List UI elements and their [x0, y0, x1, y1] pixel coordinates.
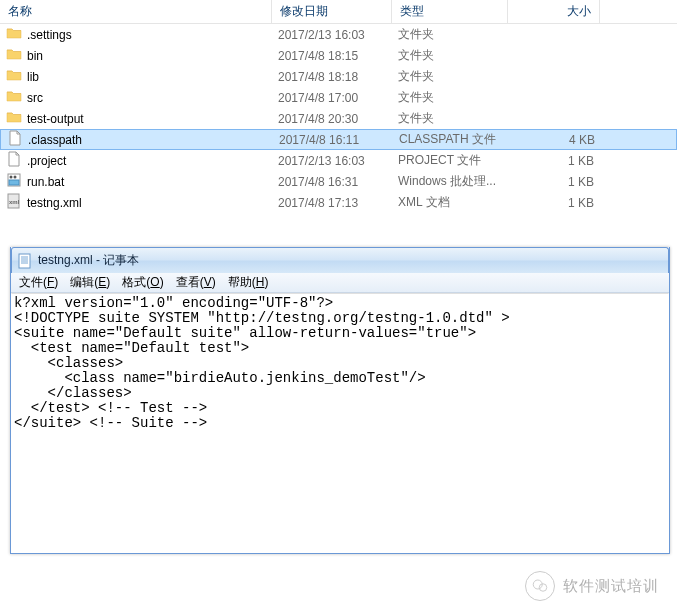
file-date: 2017/4/8 17:13 — [272, 196, 392, 210]
header-name[interactable]: 名称 — [0, 0, 272, 23]
file-name: .project — [27, 154, 66, 168]
file-date: 2017/2/13 16:03 — [272, 28, 392, 42]
file-size: 4 KB — [509, 133, 601, 147]
folder-icon — [6, 46, 27, 65]
column-headers: 名称 修改日期 类型 大小 — [0, 0, 677, 24]
folder-icon — [6, 109, 27, 128]
file-type: 文件夹 — [392, 68, 508, 85]
menu-item-e[interactable]: 编辑(E) — [64, 272, 116, 293]
file-row[interactable]: bin2017/4/8 18:15文件夹 — [0, 45, 677, 66]
folder-icon — [6, 88, 27, 107]
svg-text:xml: xml — [9, 199, 20, 205]
file-row[interactable]: src2017/4/8 17:00文件夹 — [0, 87, 677, 108]
menu-item-h[interactable]: 帮助(H) — [222, 272, 275, 293]
file-name: lib — [27, 70, 39, 84]
watermark-text: 软件测试培训 — [563, 577, 659, 596]
file-explorer: 名称 修改日期 类型 大小 .settings2017/2/13 16:03文件… — [0, 0, 677, 213]
svg-point-3 — [14, 176, 17, 179]
bat-icon — [6, 172, 27, 191]
watermark: 软件测试培训 — [525, 571, 659, 601]
svg-rect-1 — [9, 180, 19, 185]
file-date: 2017/4/8 16:11 — [273, 133, 393, 147]
file-row[interactable]: .project2017/2/13 16:03PROJECT 文件1 KB — [0, 150, 677, 171]
folder-icon — [6, 25, 27, 44]
svg-point-12 — [539, 584, 547, 592]
menu-item-v[interactable]: 查看(V) — [170, 272, 222, 293]
window-title: testng.xml - 记事本 — [38, 252, 139, 269]
folder-icon — [6, 67, 27, 86]
notepad-icon — [17, 253, 33, 269]
menubar: 文件(F)编辑(E)格式(O)查看(V)帮助(H) — [11, 273, 669, 293]
file-icon — [7, 130, 28, 149]
header-size[interactable]: 大小 — [508, 0, 600, 23]
file-row[interactable]: lib2017/4/8 18:18文件夹 — [0, 66, 677, 87]
file-size: 1 KB — [508, 154, 600, 168]
xml-icon: xml — [6, 193, 27, 212]
file-row[interactable]: .classpath2017/4/8 16:11CLASSPATH 文件4 KB — [0, 129, 677, 150]
header-date[interactable]: 修改日期 — [272, 0, 392, 23]
file-size: 1 KB — [508, 196, 600, 210]
file-icon — [6, 151, 27, 170]
file-date: 2017/4/8 18:18 — [272, 70, 392, 84]
file-name: bin — [27, 49, 43, 63]
file-date: 2017/4/8 17:00 — [272, 91, 392, 105]
file-type: 文件夹 — [392, 110, 508, 127]
file-name: .settings — [27, 28, 72, 42]
menu-item-f[interactable]: 文件(F) — [13, 272, 64, 293]
notepad-window: testng.xml - 记事本 文件(F)编辑(E)格式(O)查看(V)帮助(… — [10, 247, 670, 554]
file-type: PROJECT 文件 — [392, 152, 508, 169]
file-date: 2017/2/13 16:03 — [272, 154, 392, 168]
file-row[interactable]: xmltestng.xml2017/4/8 17:13XML 文档1 KB — [0, 192, 677, 213]
file-name: .classpath — [28, 133, 82, 147]
file-row[interactable]: .settings2017/2/13 16:03文件夹 — [0, 24, 677, 45]
file-date: 2017/4/8 16:31 — [272, 175, 392, 189]
header-type[interactable]: 类型 — [392, 0, 508, 23]
titlebar[interactable]: testng.xml - 记事本 — [11, 247, 669, 273]
file-list: .settings2017/2/13 16:03文件夹bin2017/4/8 1… — [0, 24, 677, 213]
file-type: CLASSPATH 文件 — [393, 131, 509, 148]
file-row[interactable]: run.bat2017/4/8 16:31Windows 批处理...1 KB — [0, 171, 677, 192]
file-type: Windows 批处理... — [392, 173, 508, 190]
file-type: XML 文档 — [392, 194, 508, 211]
file-row[interactable]: test-output2017/4/8 20:30文件夹 — [0, 108, 677, 129]
file-type: 文件夹 — [392, 89, 508, 106]
svg-point-2 — [10, 176, 13, 179]
file-size: 1 KB — [508, 175, 600, 189]
file-name: src — [27, 91, 43, 105]
file-name: testng.xml — [27, 196, 82, 210]
wechat-icon — [525, 571, 555, 601]
file-type: 文件夹 — [392, 47, 508, 64]
file-name: run.bat — [27, 175, 64, 189]
menu-item-o[interactable]: 格式(O) — [116, 272, 169, 293]
file-name: test-output — [27, 112, 84, 126]
file-type: 文件夹 — [392, 26, 508, 43]
editor-content[interactable]: k?xml version="1.0" encoding="UTF-8"?> <… — [11, 293, 669, 553]
file-date: 2017/4/8 20:30 — [272, 112, 392, 126]
file-date: 2017/4/8 18:15 — [272, 49, 392, 63]
